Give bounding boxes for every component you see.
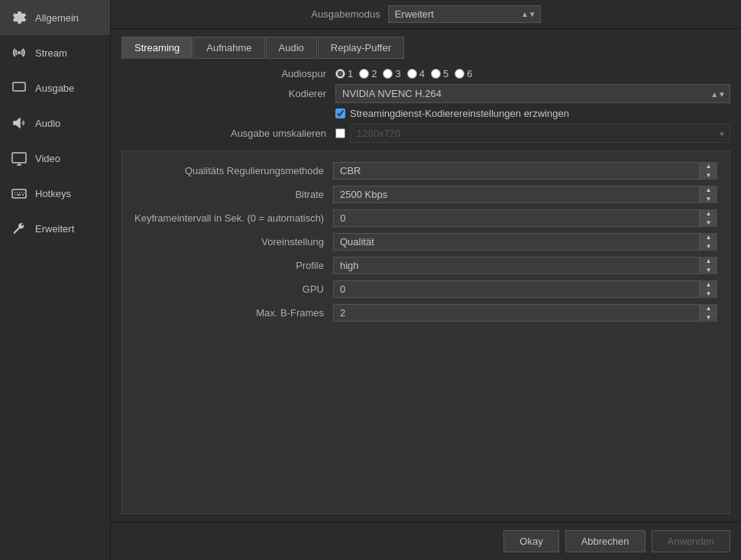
gpu-up-button[interactable]: ▲ (700, 280, 717, 290)
bitrate-spin-arrows: ▲ ▼ (699, 186, 717, 203)
content-area: Streaming Aufnahme Audio Replay-Puffer A… (111, 29, 741, 522)
sidebar-item-hotkeys[interactable]: Hotkeys (0, 176, 110, 211)
streamingdienst-checkbox[interactable] (335, 108, 345, 118)
bframes-label: Max. B-Frames (134, 307, 333, 319)
bitrate-up-button[interactable]: ▲ (700, 186, 717, 195)
keyboard-icon (11, 185, 28, 202)
track-1-radio[interactable] (335, 69, 345, 79)
audiospur-row: Audiospur 1 2 3 (121, 68, 730, 79)
track-5: 5 (431, 68, 448, 79)
voreinstellung-up-button[interactable]: ▲ (700, 233, 717, 242)
gpu-down-button[interactable]: ▼ (700, 290, 717, 298)
bottom-bar: Okay Abbrechen Anwenden (111, 522, 741, 560)
bitrate-label: Bitrate (134, 189, 333, 200)
profile-row: Profile high main baseline ▲ ▼ (134, 257, 717, 274)
qualitaets-control: CBR VBR CQP Lossless ▲ ▼ (333, 162, 717, 180)
antenna-icon (11, 44, 28, 61)
keyframe-up-button[interactable]: ▲ (700, 209, 717, 218)
kodierer-control: NVIDIA NVENC H.264 x264 AMD HW H.264 ▲▼ (335, 84, 730, 103)
profile-select[interactable]: high main baseline (333, 257, 717, 274)
track-6-radio[interactable] (455, 69, 464, 79)
track-2-radio[interactable] (359, 69, 369, 79)
tabs: Streaming Aufnahme Audio Replay-Puffer (121, 37, 730, 59)
sidebar-item-audio[interactable]: Audio (0, 105, 110, 141)
track-5-radio[interactable] (431, 69, 441, 79)
sidebar-item-label-video: Video (35, 153, 60, 164)
sidebar-item-ausgabe[interactable]: Ausgabe (0, 70, 110, 105)
tab-streaming[interactable]: Streaming (121, 37, 193, 59)
sidebar-item-label-hotkeys: Hotkeys (35, 188, 71, 199)
kodierer-label: Kodierer (121, 88, 335, 99)
qualitaets-label: Qualitäts Regulierungsmethode (134, 165, 333, 176)
track-6: 6 (455, 68, 472, 79)
track-4: 4 (407, 68, 425, 79)
streamingdienst-row: Streamingdienst-Kodierereinstellungen er… (335, 108, 730, 119)
keyframe-spin-arrows: ▲ ▼ (699, 209, 717, 227)
gpu-input[interactable] (333, 280, 717, 298)
qualitaets-down-button[interactable]: ▼ (700, 171, 717, 180)
bframes-up-button[interactable]: ▲ (700, 304, 717, 313)
track-3-label: 3 (395, 68, 400, 79)
display-icon (11, 150, 28, 167)
voreinstellung-select[interactable]: Qualität Leistung Max. Qualität (333, 233, 717, 251)
bframes-row: Max. B-Frames ▲ ▼ (134, 304, 717, 322)
track-2: 2 (359, 68, 377, 79)
keyframe-label: Keyframeintervall in Sek. (0 = automatis… (134, 212, 333, 224)
gpu-spin-arrows: ▲ ▼ (699, 280, 717, 298)
track-6-label: 6 (467, 68, 472, 79)
bitrate-control: ▲ ▼ (333, 186, 717, 203)
kodierer-select[interactable]: NVIDIA NVENC H.264 x264 AMD HW H.264 (335, 84, 730, 103)
gpu-control: ▲ ▼ (333, 280, 717, 298)
kodierer-row: Kodierer NVIDIA NVENC H.264 x264 AMD HW … (121, 84, 730, 103)
audiospur-control: 1 2 3 4 (335, 68, 730, 79)
sidebar-item-stream[interactable]: Stream (0, 35, 110, 70)
abbrechen-button[interactable]: Abbrechen (565, 530, 646, 552)
keyframe-control: ▲ ▼ (333, 209, 717, 227)
sidebar-item-video[interactable]: Video (0, 141, 110, 176)
bframes-down-button[interactable]: ▼ (700, 313, 717, 322)
bitrate-input[interactable] (333, 186, 717, 203)
profile-down-button[interactable]: ▼ (700, 266, 717, 274)
monitor-icon (11, 79, 28, 96)
ausgabe-controls: 1280x720 ▼ (335, 124, 730, 143)
sidebar-item-erweitert[interactable]: Erweitert (0, 211, 110, 246)
profile-up-button[interactable]: ▲ (700, 257, 717, 266)
anwenden-button[interactable]: Anwenden (652, 530, 730, 552)
qualitaets-spin-arrows: ▲ ▼ (699, 162, 717, 180)
top-bar: Ausgabemodus Erweitert Einfach ▲▼ (111, 0, 741, 29)
ausgabemodus-select-wrapper: Erweitert Einfach ▲▼ (388, 5, 541, 23)
inner-panel: Qualitäts Regulierungsmethode CBR VBR CQ… (121, 151, 730, 514)
bframes-input[interactable] (333, 304, 717, 322)
qualitaets-up-button[interactable]: ▲ (700, 162, 717, 171)
qualitaets-row: Qualitäts Regulierungsmethode CBR VBR CQ… (134, 162, 717, 180)
track-1-label: 1 (348, 68, 353, 79)
ausgabe-select: 1280x720 (350, 124, 730, 143)
svg-point-0 (18, 51, 21, 54)
track-5-label: 5 (443, 68, 448, 79)
sidebar-item-allgemein[interactable]: Allgemein (0, 0, 110, 35)
track-3-radio[interactable] (383, 69, 393, 79)
track-4-radio[interactable] (407, 69, 417, 79)
tab-audio[interactable]: Audio (266, 37, 317, 59)
bframes-spin-arrows: ▲ ▼ (699, 304, 717, 322)
track-1: 1 (335, 68, 353, 79)
okay-button[interactable]: Okay (503, 530, 558, 552)
kodierer-select-wrapper: NVIDIA NVENC H.264 x264 AMD HW H.264 ▲▼ (335, 84, 730, 103)
voreinstellung-down-button[interactable]: ▼ (700, 242, 717, 251)
keyframe-input[interactable] (333, 209, 717, 227)
track-2-label: 2 (371, 68, 377, 79)
profile-control: high main baseline ▲ ▼ (333, 257, 717, 274)
tab-replay-puffer[interactable]: Replay-Puffer (318, 37, 404, 59)
qualitaets-select[interactable]: CBR VBR CQP Lossless (333, 162, 717, 180)
gpu-label: GPU (134, 283, 333, 295)
sidebar-item-label-stream: Stream (35, 47, 67, 59)
ausgabemodus-select[interactable]: Erweitert Einfach (388, 5, 541, 23)
ausgabe-checkbox[interactable] (335, 128, 345, 138)
gpu-row: GPU ▲ ▼ (134, 280, 717, 298)
streamingdienst-label: Streamingdienst-Kodierereinstellungen er… (350, 108, 569, 119)
wrench-icon (11, 220, 28, 237)
bitrate-down-button[interactable]: ▼ (700, 195, 717, 203)
voreinstellung-spin-arrows: ▲ ▼ (699, 233, 717, 251)
tab-aufnahme[interactable]: Aufnahme (193, 37, 264, 59)
keyframe-down-button[interactable]: ▼ (700, 218, 717, 227)
